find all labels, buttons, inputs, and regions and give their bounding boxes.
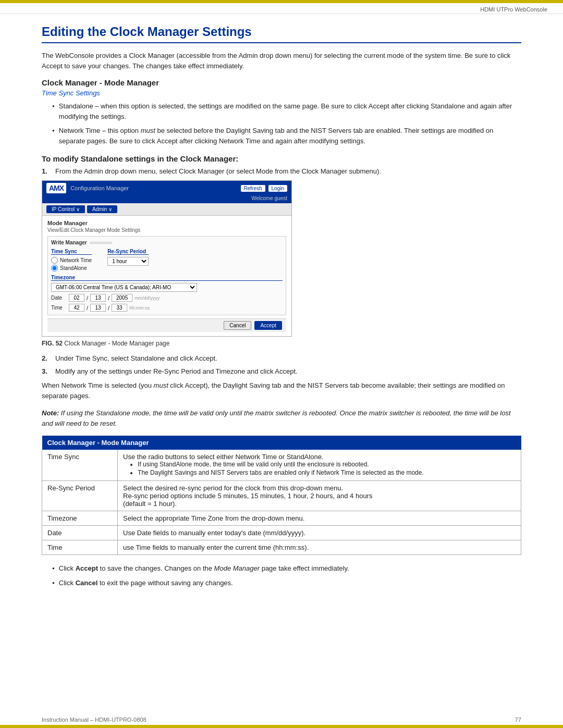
table-cell-resync-desc: Select the desired re-sync period for th… [118, 481, 521, 511]
date-day[interactable] [69, 294, 84, 302]
time-sync-group: Time Sync Network Time StandAlone [51, 249, 92, 272]
table-cell-timesync-desc: Use the radio buttons to select either N… [118, 450, 521, 481]
sp-write-mgr: Write Manager Time Sync Network Time [47, 236, 286, 315]
sp-mode-sub: View/Edit Clock Manager Mode Settings [47, 227, 286, 233]
sp-mode-title: Mode Manager [47, 220, 286, 226]
timesync-bullet-1: If using StandAlone mode, the time will … [138, 461, 516, 468]
intro-text: The WebConsole provides a Clock Manager … [42, 51, 521, 71]
fig-text: Clock Manager - Mode Manager page [64, 340, 169, 347]
radio-standalone-label: StandAlone [60, 265, 87, 271]
tz-label: Timezone [51, 275, 283, 281]
info-table: Clock Manager - Mode Manager Time Sync U… [42, 436, 521, 555]
radio-network-time[interactable]: Network Time [51, 257, 92, 264]
product-name: HDMI UTPro WebConsole [480, 6, 547, 13]
write-mgr-input[interactable] [90, 242, 112, 244]
welcome-text: Welcome guest [42, 195, 291, 203]
time-hour[interactable] [69, 304, 84, 312]
timesync-bullet-2: The Daylight Savings and NIST Servers ta… [138, 469, 516, 476]
table-cell-time-label: Time [42, 540, 118, 555]
page-title: Editing the Clock Manager Settings [42, 24, 521, 43]
fig-caption: FIG. 52 Clock Manager - Mode Manager pag… [42, 340, 521, 347]
footer-page: 77 [515, 717, 521, 723]
footer-bullet-cancel-text: Click Cancel to exit the page without sa… [59, 578, 233, 588]
fig-label: FIG. 52 [42, 340, 63, 347]
table-row-timesync: Time Sync Use the radio buttons to selec… [42, 450, 521, 481]
step-3-num: 3. [42, 367, 51, 375]
sp-topbar: AMX Configuration Manager Refresh Login [42, 181, 291, 195]
table-row-resync: Re-Sync Period Select the desired re-syn… [42, 481, 521, 511]
table-header: Clock Manager - Mode Manager [42, 436, 521, 450]
refresh-btn[interactable]: Refresh [241, 185, 265, 192]
footer-bullet-accept: Click Accept to save the changes. Change… [52, 563, 521, 574]
footer-manual: Instruction Manual – HDMI-UTPRO-0808 [42, 717, 146, 723]
note-text: When Network Time is selected (you must … [42, 380, 521, 401]
sp-body: Mode Manager View/Edit Clock Manager Mod… [42, 216, 291, 336]
login-btn[interactable]: Login [268, 185, 287, 192]
footer-bullet-accept-text: Click Accept to save the changes. Change… [59, 563, 349, 574]
tz-select[interactable]: GMT-06:00 Central Time (US & Canada); AR… [51, 283, 197, 292]
bullet-standalone-text: Standalone – when this option is selecte… [59, 101, 521, 121]
write-mgr-label: Write Manager [51, 240, 87, 245]
date-placeholder: mm/dd/yyyy [134, 295, 160, 301]
screenshot-panel: AMX Configuration Manager Refresh Login … [42, 180, 292, 337]
time-row: Time / / hh:mm:ss [51, 304, 283, 312]
sp-nav: IP Control Admin [42, 203, 291, 216]
sp-btn-group: Refresh Login [241, 185, 287, 192]
sp-footer: Cancel Accept [47, 318, 286, 332]
radio-standalone[interactable]: StandAlone [51, 265, 92, 272]
timezone-section: Timezone GMT-06:00 Central Time (US & Ca… [51, 275, 283, 312]
step-1-text: From the Admin drop down menu, select Cl… [55, 167, 381, 175]
time-label: Time [51, 305, 67, 311]
table-row-timezone: Timezone Select the appropriate Time Zon… [42, 511, 521, 526]
step-2-num: 2. [42, 354, 51, 362]
date-year[interactable] [112, 294, 132, 302]
date-row: Date / / mm/dd/yyyy [51, 294, 283, 302]
step-3: 3. Modify any of the settings under Re-S… [42, 367, 521, 375]
table-cell-resync-label: Re-Sync Period [42, 481, 118, 511]
table-cell-date-label: Date [42, 526, 118, 540]
step-1-num: 1. [42, 167, 51, 175]
date-month[interactable] [90, 294, 106, 302]
bold-note: Note: If using the Standalone mode, the … [42, 408, 521, 428]
section2-heading: To modify Standalone settings in the Clo… [42, 154, 521, 163]
table-cell-timezone-label: Timezone [42, 511, 118, 526]
bullet-standalone: Standalone – when this option is selecte… [52, 101, 521, 121]
ip-control-nav[interactable]: IP Control [46, 205, 85, 213]
radio-network-time-label: Network Time [60, 257, 92, 263]
section1-subheading: Time Sync Settings [42, 89, 521, 97]
timesync-bullets: If using StandAlone mode, the time will … [129, 461, 516, 476]
step-2: 2. Under Time Sync, select Standalone an… [42, 354, 521, 362]
radio-standalone-input[interactable] [51, 265, 58, 272]
time-sync-radios: Network Time StandAlone [51, 257, 92, 272]
time-sync-label: Time Sync [51, 249, 92, 255]
table-row-time: Time use Time fields to manually enter t… [42, 540, 521, 555]
table-cell-timesync-label: Time Sync [42, 450, 118, 481]
resync-label: Re-Sync Period [107, 249, 149, 255]
date-label: Date [51, 295, 67, 301]
header-bar: HDMI UTPro WebConsole [0, 3, 563, 14]
bullet-network-time: Network Time – this option must be selec… [52, 126, 521, 146]
section1-heading: Clock Manager - Mode Manager [42, 78, 521, 87]
admin-nav[interactable]: Admin [87, 205, 117, 213]
main-content: Editing the Clock Manager Settings The W… [0, 14, 563, 617]
footer-bullets: Click Accept to save the changes. Change… [52, 563, 521, 588]
config-manager-label: Configuration Manager [70, 185, 129, 191]
table-row-date: Date Use Date fields to manually enter t… [42, 526, 521, 540]
step-1: 1. From the Admin drop down menu, select… [42, 167, 521, 175]
step-2-text: Under Time Sync, select Standalone and c… [55, 354, 217, 362]
footer-bullet-cancel: Click Cancel to exit the page without sa… [52, 578, 521, 588]
table-cell-time-desc: use Time fields to manually enter the cu… [118, 540, 521, 555]
time-sec[interactable] [112, 304, 127, 312]
resync-select[interactable]: 1 hour 5 minutes 15 minutes 2 hours 4 ho… [107, 257, 149, 266]
tz-row: GMT-06:00 Central Time (US & Canada); AR… [51, 283, 283, 292]
amx-logo: AMX [46, 183, 66, 193]
cancel-button[interactable]: Cancel [224, 321, 251, 330]
section1-bullets: Standalone – when this option is selecte… [52, 101, 521, 146]
time-min[interactable] [90, 304, 106, 312]
accept-button[interactable]: Accept [254, 321, 282, 330]
table-cell-timezone-desc: Select the appropriate Time Zone from th… [118, 511, 521, 526]
radio-network-time-input[interactable] [51, 257, 58, 264]
step-3-text: Modify any of the settings under Re-Sync… [55, 367, 298, 375]
bullet-network-time-text: Network Time – this option must be selec… [59, 126, 521, 146]
resync-group: Re-Sync Period 1 hour 5 minutes 15 minut… [107, 249, 149, 272]
